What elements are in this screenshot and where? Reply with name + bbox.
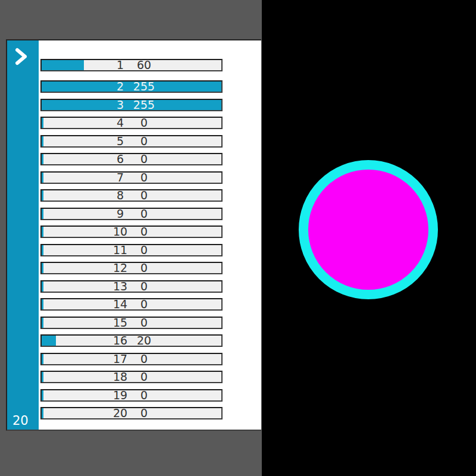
slider-fill (42, 245, 43, 255)
slider-fill (42, 318, 43, 328)
slider-fill (42, 336, 56, 346)
slider[interactable]: 60 (40, 153, 223, 165)
slider-value-label: 20 (125, 336, 163, 346)
slider[interactable]: 170 (40, 353, 223, 365)
slider-value-label: 0 (125, 190, 163, 201)
slider[interactable]: 90 (40, 208, 223, 220)
slider-bank-panel: 20 1602255325540506070809010011012013014… (6, 39, 261, 431)
slider-value-label: 255 (125, 82, 163, 92)
slider[interactable]: 100 (40, 226, 223, 238)
slider[interactable]: 3255 (40, 99, 223, 111)
slider-fill (42, 190, 43, 201)
slider[interactable]: 130 (40, 280, 223, 293)
slider-value-label: 0 (125, 227, 163, 237)
slider-bank-content: 20 1602255325540506070809010011012013014… (7, 40, 261, 430)
slider-value-label: 0 (125, 390, 163, 400)
slider-fill (42, 60, 84, 70)
slider-value-label: 0 (125, 209, 163, 219)
slider-fill (42, 372, 43, 382)
slider-fill (42, 299, 43, 309)
slider-fill (42, 209, 43, 219)
slider-rows: 1602255325540506070809010011012013014015… (7, 40, 261, 430)
slider[interactable]: 70 (40, 171, 223, 184)
slider-fill (42, 173, 43, 183)
slider[interactable]: 150 (40, 317, 223, 329)
output-circle (299, 160, 438, 299)
slider-value-label: 0 (125, 118, 163, 128)
slider-fill (42, 227, 43, 237)
slider-value-label: 0 (125, 154, 163, 164)
slider-value-label: 0 (125, 354, 163, 364)
slider[interactable]: 1620 (40, 334, 223, 347)
slider-fill (42, 390, 43, 400)
slider[interactable]: 110 (40, 244, 223, 256)
slider-value-label: 0 (125, 281, 163, 292)
slider[interactable]: 120 (40, 262, 223, 274)
slider-value-label: 255 (125, 100, 163, 110)
slider-value-label: 0 (125, 372, 163, 382)
slider-value-label: 0 (125, 408, 163, 418)
slider-fill (42, 154, 43, 164)
slider-value-label: 0 (125, 263, 163, 273)
slider[interactable]: 80 (40, 189, 223, 202)
slider-value-label: 0 (125, 318, 163, 328)
slider-value-label: 0 (125, 173, 163, 183)
slider-fill (42, 263, 43, 273)
slider-fill (42, 354, 43, 364)
slider-fill (42, 281, 43, 292)
app-window: 20 1602255325540506070809010011012013014… (0, 0, 476, 476)
editor-workspace: 20 1602255325540506070809010011012013014… (0, 0, 262, 476)
slider[interactable]: 160 (40, 59, 223, 71)
slider-fill (42, 408, 43, 418)
slider[interactable]: 2255 (40, 80, 223, 93)
render-view (262, 0, 476, 476)
slider-value-label: 0 (125, 136, 163, 146)
slider[interactable]: 180 (40, 371, 223, 383)
slider-value-label: 0 (125, 245, 163, 255)
slider[interactable]: 190 (40, 389, 223, 402)
slider[interactable]: 40 (40, 117, 223, 129)
slider[interactable]: 200 (40, 407, 223, 419)
slider[interactable]: 140 (40, 298, 223, 311)
slider-value-label: 60 (125, 60, 163, 70)
slider-value-label: 0 (125, 299, 163, 309)
slider-fill (42, 118, 43, 128)
slider-fill (42, 136, 43, 146)
slider[interactable]: 50 (40, 135, 223, 148)
